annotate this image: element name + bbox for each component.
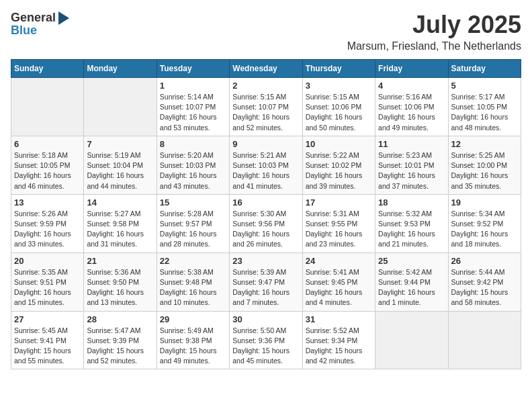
day-cell: 8Sunrise: 5:20 AM Sunset: 10:03 PM Dayli… [157, 136, 229, 194]
day-cell: 12Sunrise: 5:25 AM Sunset: 10:00 PM Dayl… [448, 136, 521, 194]
day-cell: 31Sunrise: 5:52 AM Sunset: 9:34 PM Dayli… [302, 311, 375, 369]
day-cell: 17Sunrise: 5:31 AM Sunset: 9:55 PM Dayli… [302, 194, 375, 253]
calendar-body: 1Sunrise: 5:14 AM Sunset: 10:07 PM Dayli… [11, 78, 521, 369]
day-number: 6 [14, 139, 81, 149]
day-cell: 10Sunrise: 5:22 AM Sunset: 10:02 PM Dayl… [302, 136, 375, 194]
day-info: Sunrise: 5:47 AM Sunset: 9:39 PM Dayligh… [87, 326, 153, 367]
day-info: Sunrise: 5:30 AM Sunset: 9:56 PM Dayligh… [232, 209, 299, 250]
day-cell: 29Sunrise: 5:49 AM Sunset: 9:38 PM Dayli… [157, 311, 229, 369]
day-number: 4 [378, 81, 445, 91]
day-cell: 27Sunrise: 5:45 AM Sunset: 9:41 PM Dayli… [11, 311, 84, 369]
day-number: 2 [232, 81, 299, 91]
day-info: Sunrise: 5:23 AM Sunset: 10:01 PM Daylig… [378, 150, 445, 191]
day-cell: 23Sunrise: 5:39 AM Sunset: 9:47 PM Dayli… [230, 253, 302, 311]
day-number: 8 [160, 139, 226, 149]
day-cell [448, 311, 521, 369]
title-area: July 2025 Marsum, Friesland, The Netherl… [347, 11, 521, 52]
day-cell: 16Sunrise: 5:30 AM Sunset: 9:56 PM Dayli… [230, 194, 302, 253]
day-cell: 14Sunrise: 5:27 AM Sunset: 9:58 PM Dayli… [84, 194, 157, 253]
day-cell: 21Sunrise: 5:36 AM Sunset: 9:50 PM Dayli… [84, 253, 157, 311]
day-info: Sunrise: 5:31 AM Sunset: 9:55 PM Dayligh… [306, 209, 372, 250]
day-info: Sunrise: 5:25 AM Sunset: 10:00 PM Daylig… [451, 150, 518, 191]
week-row-1: 1Sunrise: 5:14 AM Sunset: 10:07 PM Dayli… [11, 78, 521, 136]
day-number: 20 [14, 256, 81, 266]
day-cell: 19Sunrise: 5:34 AM Sunset: 9:52 PM Dayli… [448, 194, 521, 253]
day-info: Sunrise: 5:16 AM Sunset: 10:06 PM Daylig… [378, 92, 445, 133]
day-info: Sunrise: 5:26 AM Sunset: 9:59 PM Dayligh… [14, 209, 81, 250]
calendar-table: SundayMondayTuesdayWednesdayThursdayFrid… [11, 59, 521, 369]
day-info: Sunrise: 5:15 AM Sunset: 10:06 PM Daylig… [306, 92, 372, 133]
day-info: Sunrise: 5:21 AM Sunset: 10:03 PM Daylig… [232, 150, 299, 191]
day-number: 13 [14, 197, 81, 208]
day-cell: 18Sunrise: 5:32 AM Sunset: 9:53 PM Dayli… [375, 194, 448, 253]
day-info: Sunrise: 5:20 AM Sunset: 10:03 PM Daylig… [160, 150, 226, 191]
day-number: 1 [160, 81, 226, 91]
day-number: 21 [87, 256, 153, 266]
day-info: Sunrise: 5:49 AM Sunset: 9:38 PM Dayligh… [160, 326, 226, 367]
day-info: Sunrise: 5:44 AM Sunset: 9:42 PM Dayligh… [451, 267, 518, 308]
day-cell: 13Sunrise: 5:26 AM Sunset: 9:59 PM Dayli… [11, 194, 84, 253]
day-cell [84, 78, 157, 136]
day-number: 23 [232, 256, 299, 266]
column-header-saturday: Saturday [448, 60, 521, 78]
day-info: Sunrise: 5:36 AM Sunset: 9:50 PM Dayligh… [87, 267, 153, 308]
day-cell: 7Sunrise: 5:19 AM Sunset: 10:04 PM Dayli… [84, 136, 157, 194]
column-header-monday: Monday [84, 60, 157, 78]
day-info: Sunrise: 5:17 AM Sunset: 10:05 PM Daylig… [451, 92, 518, 133]
month-title: July 2025 [347, 11, 521, 39]
day-info: Sunrise: 5:41 AM Sunset: 9:45 PM Dayligh… [306, 267, 372, 308]
day-number: 7 [87, 139, 153, 149]
logo-arrow-icon [58, 11, 69, 25]
day-info: Sunrise: 5:19 AM Sunset: 10:04 PM Daylig… [87, 150, 153, 191]
day-cell [11, 78, 84, 136]
day-number: 25 [378, 256, 445, 266]
day-number: 17 [306, 197, 372, 208]
day-number: 5 [451, 81, 518, 91]
header-row: SundayMondayTuesdayWednesdayThursdayFrid… [11, 60, 521, 78]
day-cell: 20Sunrise: 5:35 AM Sunset: 9:51 PM Dayli… [11, 253, 84, 311]
calendar-header: SundayMondayTuesdayWednesdayThursdayFrid… [11, 60, 521, 78]
day-info: Sunrise: 5:35 AM Sunset: 9:51 PM Dayligh… [14, 267, 81, 308]
day-info: Sunrise: 5:22 AM Sunset: 10:02 PM Daylig… [306, 150, 372, 191]
day-cell: 30Sunrise: 5:50 AM Sunset: 9:36 PM Dayli… [230, 311, 302, 369]
day-info: Sunrise: 5:14 AM Sunset: 10:07 PM Daylig… [160, 92, 226, 133]
page-header: General Blue July 2025 Marsum, Friesland… [11, 11, 521, 52]
day-number: 3 [306, 81, 372, 91]
column-header-friday: Friday [375, 60, 448, 78]
logo-blue-text: Blue [11, 24, 37, 38]
day-number: 19 [451, 197, 518, 208]
day-cell: 4Sunrise: 5:16 AM Sunset: 10:06 PM Dayli… [375, 78, 448, 136]
day-info: Sunrise: 5:39 AM Sunset: 9:47 PM Dayligh… [232, 267, 299, 308]
day-cell: 25Sunrise: 5:42 AM Sunset: 9:44 PM Dayli… [375, 253, 448, 311]
day-number: 9 [232, 139, 299, 149]
day-number: 18 [378, 197, 445, 208]
day-info: Sunrise: 5:18 AM Sunset: 10:05 PM Daylig… [14, 150, 81, 191]
day-info: Sunrise: 5:32 AM Sunset: 9:53 PM Dayligh… [378, 209, 445, 250]
week-row-2: 6Sunrise: 5:18 AM Sunset: 10:05 PM Dayli… [11, 136, 521, 194]
day-cell [375, 311, 448, 369]
column-header-thursday: Thursday [302, 60, 375, 78]
day-number: 29 [160, 314, 226, 324]
day-cell: 26Sunrise: 5:44 AM Sunset: 9:42 PM Dayli… [448, 253, 521, 311]
day-cell: 15Sunrise: 5:28 AM Sunset: 9:57 PM Dayli… [157, 194, 229, 253]
column-header-tuesday: Tuesday [157, 60, 229, 78]
day-info: Sunrise: 5:27 AM Sunset: 9:58 PM Dayligh… [87, 209, 153, 250]
day-number: 11 [378, 139, 445, 149]
day-number: 30 [232, 314, 299, 324]
day-number: 16 [232, 197, 299, 208]
day-cell: 5Sunrise: 5:17 AM Sunset: 10:05 PM Dayli… [448, 78, 521, 136]
day-cell: 1Sunrise: 5:14 AM Sunset: 10:07 PM Dayli… [157, 78, 229, 136]
day-cell: 24Sunrise: 5:41 AM Sunset: 9:45 PM Dayli… [302, 253, 375, 311]
day-cell: 11Sunrise: 5:23 AM Sunset: 10:01 PM Dayl… [375, 136, 448, 194]
column-header-wednesday: Wednesday [230, 60, 302, 78]
day-cell: 9Sunrise: 5:21 AM Sunset: 10:03 PM Dayli… [230, 136, 302, 194]
week-row-5: 27Sunrise: 5:45 AM Sunset: 9:41 PM Dayli… [11, 311, 521, 369]
day-info: Sunrise: 5:45 AM Sunset: 9:41 PM Dayligh… [14, 326, 81, 367]
day-info: Sunrise: 5:50 AM Sunset: 9:36 PM Dayligh… [232, 326, 299, 367]
logo-general-text: General [11, 11, 56, 25]
column-header-sunday: Sunday [11, 60, 84, 78]
day-info: Sunrise: 5:28 AM Sunset: 9:57 PM Dayligh… [160, 209, 226, 250]
day-info: Sunrise: 5:52 AM Sunset: 9:34 PM Dayligh… [306, 326, 372, 367]
location-title: Marsum, Friesland, The Netherlands [347, 40, 521, 52]
day-number: 24 [306, 256, 372, 266]
